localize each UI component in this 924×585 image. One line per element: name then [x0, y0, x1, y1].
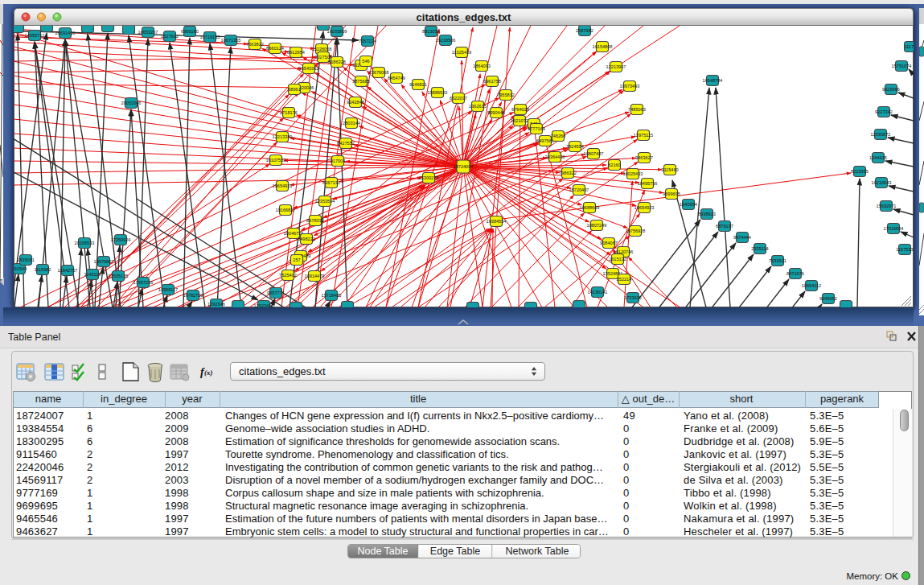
svg-text:10688609: 10688609	[580, 205, 600, 210]
svg-text:10958117: 10958117	[158, 287, 178, 292]
svg-text:14136141: 14136141	[588, 290, 608, 295]
svg-text:17957255: 17957255	[133, 280, 154, 285]
svg-text:19218506: 19218506	[436, 38, 456, 43]
svg-text:8454749: 8454749	[388, 76, 405, 80]
svg-text:1292346: 1292346	[207, 302, 225, 307]
svg-text:8498222: 8498222	[298, 237, 315, 241]
svg-text:12942757: 12942757	[58, 268, 78, 273]
svg-text:1621072: 1621072	[511, 118, 528, 123]
svg-text:10025433: 10025433	[623, 171, 643, 176]
svg-text:12975115: 12975115	[634, 133, 653, 138]
svg-text:1244415: 1244415	[869, 155, 887, 160]
svg-text:7632621: 7632621	[769, 258, 786, 263]
svg-text:9463627: 9463627	[635, 155, 653, 160]
svg-text:991549: 991549	[14, 266, 27, 271]
svg-text:8912954: 8912954	[287, 50, 305, 55]
svg-text:16671355: 16671355	[221, 38, 241, 43]
svg-text:1835061: 1835061	[17, 257, 35, 262]
svg-text:25300275: 25300275	[419, 175, 439, 180]
svg-text:6322037: 6322037	[450, 96, 467, 101]
svg-text:10653267: 10653267	[138, 30, 158, 35]
svg-text:8938923: 8938923	[698, 212, 716, 216]
svg-text:257: 257	[293, 257, 300, 262]
svg-text:8990448: 8990448	[487, 110, 505, 115]
svg-text:9115460: 9115460	[661, 167, 678, 172]
svg-text:9329966: 9329966	[882, 87, 900, 92]
svg-text:14055712: 14055712	[25, 33, 45, 38]
svg-text:252214: 252214	[617, 277, 632, 282]
svg-text:15226058: 15226058	[312, 47, 332, 51]
svg-text:12093872: 12093872	[871, 132, 891, 137]
svg-text:8186328: 8186328	[328, 60, 346, 64]
svg-text:9227342: 9227342	[875, 109, 893, 114]
svg-text:9657771: 9657771	[267, 290, 285, 295]
svg-text:917004: 917004	[331, 159, 346, 163]
svg-text:(x): (x)	[204, 369, 213, 377]
svg-text:6966160: 6966160	[181, 29, 199, 34]
svg-text:9245652: 9245652	[819, 296, 837, 301]
svg-text:19654923: 19654923	[273, 183, 293, 188]
svg-text:20206533: 20206533	[75, 241, 95, 245]
svg-text:1527602: 1527602	[161, 34, 179, 39]
svg-text:12213967: 12213967	[606, 64, 626, 69]
svg-text:16782759: 16782759	[183, 293, 203, 298]
svg-text:7625402: 7625402	[279, 273, 297, 278]
svg-text:12505135: 12505135	[109, 274, 129, 278]
svg-text:20364436: 20364436	[545, 154, 565, 159]
svg-text:11325419: 11325419	[452, 50, 471, 55]
svg-text:16210643: 16210643	[872, 180, 892, 185]
svg-text:6879197: 6879197	[716, 224, 733, 229]
svg-text:6497568: 6497568	[536, 138, 554, 143]
svg-text:8471676: 8471676	[786, 271, 804, 276]
svg-text:8267130: 8267130	[322, 180, 340, 185]
svg-text:16543362: 16543362	[299, 66, 319, 71]
svg-text:19166827: 19166827	[276, 208, 296, 212]
svg-text:12923466: 12923466	[254, 303, 274, 307]
svg-text:19756928: 19756928	[626, 229, 646, 233]
svg-text:12353594: 12353594	[315, 199, 335, 204]
svg-text:19384554: 19384554	[487, 219, 507, 224]
svg-text:1145119: 1145119	[84, 272, 101, 277]
svg-text:8660124: 8660124	[266, 46, 284, 51]
svg-text:15692971: 15692971	[877, 204, 897, 208]
svg-text:17016504: 17016504	[884, 226, 904, 231]
svg-text:9242848: 9242848	[347, 100, 364, 105]
svg-text:15720407: 15720407	[569, 187, 589, 192]
svg-text:1864093: 1864093	[473, 64, 491, 68]
svg-text:18495756: 18495756	[638, 181, 658, 186]
svg-text:10973493: 10973493	[620, 84, 640, 89]
svg-text:15716485: 15716485	[322, 293, 342, 298]
svg-text:1733426: 1733426	[624, 295, 642, 300]
svg-text:2087682: 2087682	[576, 28, 593, 33]
svg-text:1362615: 1362615	[469, 104, 487, 109]
svg-text:8427552: 8427552	[337, 141, 355, 146]
svg-text:16033809: 16033809	[327, 29, 347, 34]
svg-text:12213389: 12213389	[273, 134, 293, 139]
svg-text:3624554: 3624554	[566, 144, 584, 149]
svg-text:16914479: 16914479	[305, 274, 325, 278]
svg-text:6794028: 6794028	[511, 107, 529, 112]
svg-text:8813054: 8813054	[422, 29, 440, 34]
svg-text:9777169: 9777169	[528, 126, 545, 131]
svg-text:8215955: 8215955	[851, 169, 869, 174]
svg-text:2718176: 2718176	[280, 110, 298, 115]
svg-text:10107553: 10107553	[266, 158, 286, 163]
svg-text:23676068: 23676068	[369, 70, 389, 75]
svg-text:15886520: 15886520	[428, 90, 448, 95]
svg-text:98961: 98961	[288, 87, 301, 92]
svg-text:9699695: 9699695	[663, 192, 680, 196]
svg-text:20691406: 20691406	[55, 31, 76, 35]
svg-text:7357224: 7357224	[359, 39, 376, 43]
svg-text:18807249: 18807249	[587, 223, 607, 228]
svg-text:9084067: 9084067	[600, 241, 618, 245]
svg-text:1640954: 1640954	[680, 202, 697, 207]
svg-text:546: 546	[362, 59, 369, 64]
svg-text:9146821: 9146821	[409, 82, 427, 87]
svg-text:20053346: 20053346	[121, 101, 142, 105]
svg-text:11172: 11172	[905, 44, 914, 49]
svg-text:1167533: 1167533	[896, 247, 913, 252]
svg-text:19654923: 19654923	[634, 205, 655, 210]
svg-text:2935114: 2935114	[751, 246, 768, 251]
svg-text:16154808: 16154808	[593, 44, 613, 49]
svg-text:18724007: 18724007	[454, 164, 474, 169]
